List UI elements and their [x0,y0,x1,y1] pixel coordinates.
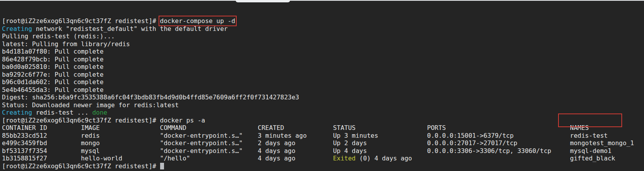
container-id: bf53137f7354 [2,147,47,155]
terminal-line: bf53137f7354 mysql "docker-entrypoint.s…… [2,147,644,155]
container-id: e499c3459fbd [2,139,47,147]
terminal-line: CONTAINER ID IMAGE COMMAND CREATED STATU… [2,124,644,132]
container-name: gifted_black [427,155,615,162]
container-command: "docker-entrypoint.s…" [100,139,243,147]
terminal-line: Status: Downloaded newer image for redis… [2,101,644,109]
container-command: "docker-entrypoint.s…" [100,147,243,155]
terminal[interactable]: [root@iZ2ze6xog6l3qn6c9ct37fZ redistest]… [0,0,644,171]
column-header: PORTS [356,124,446,131]
column-gap [295,155,333,162]
output-text: network "redistest_default" with the def… [32,25,228,32]
image-name: mysql [47,147,100,155]
window-top-edge [0,0,644,1]
container-name: mongotest_mongo_1 [517,139,634,147]
annotation-boxed-command: docker-compose up -d [160,17,235,25]
shell-prompt: [root@iZ2ze6xog6l3qn6c9ct37fZ redistest]… [2,17,160,25]
status-text: Up 2 days [333,139,367,147]
output-text: Status: Downloaded newer image for redis… [2,101,179,109]
annotation-box-container-name [558,113,622,127]
terminal-line: [root@iZ2ze6xog6l3qn6c9ct37fZ redistest]… [2,17,644,25]
created-time: 4 days ago [190,155,296,162]
output-text: 86e428f79bcb: Pull complete [2,56,103,63]
output-text: Creating [2,25,32,32]
terminal-line: 85bb233cd512 redis "docker-entrypoint.s…… [2,132,644,140]
terminal-line: e499c3459fbd mongo "docker-entrypoint.s…… [2,139,644,147]
status-text: Up 3 minutes [333,132,378,139]
terminal-line: ba0d0a025810: Pull complete [2,63,644,71]
terminal-line: Digest: sha256:b6a9fc3535388a6fc04f3bdb8… [2,94,644,101]
container-name: mysql-demo1 [551,147,611,155]
output-text: redis-test ... [32,109,92,116]
terminal-line: Creating network "redistest_default" wit… [2,25,644,33]
column-header: CONTAINER ID [2,124,47,131]
column-header: CREATED [186,124,284,131]
ports [412,155,427,162]
status-text: (0) 4 days ago [355,155,412,162]
terminal-line: latest: Pulling from library/redis [2,40,644,48]
browser-tab-bottom-sliver [235,0,290,2]
column-gap [295,139,333,147]
created-time: 4 days ago [243,147,296,155]
terminal-line: b4d181a07f80: Pull complete [2,48,644,56]
command-text: docker ps -a [160,117,205,124]
container-id: 85bb233cd512 [2,132,47,139]
output-text: done [92,109,107,116]
terminal-line: [root@iZ2ze6xog6l3qn6c9ct37fZ redistest]… [2,117,644,124]
terminal-cursor[interactable] [160,163,164,169]
container-id: 1b3158815f27 [2,155,47,162]
terminal-line: [root@iZ2ze6xog6l3qn6c9ct37fZ redistest]… [2,162,644,170]
status-text: Exited [333,155,356,162]
ports: 0.0.0.0:27017->27017/tcp [367,139,517,147]
image-name: mongo [47,139,100,147]
output-text: 5e4b46455da3: Pull complete [2,86,103,94]
container-command: "docker-entrypoint.s…" [100,132,243,139]
terminal-line: 86e428f79bcb: Pull complete [2,56,644,63]
container-name: redis-test [514,132,608,139]
image-name: redis [47,132,100,139]
created-time: 2 days ago [243,139,296,147]
output-text: b96c0d1da602: Pull complete [2,78,103,86]
output-text: Digest: sha256:b6a9fc3535388a6fc04f3bdb8… [2,94,299,101]
terminal-line: ba9292c6f77e: Pull complete [2,71,644,79]
terminal-lines: [root@iZ2ze6xog6l3qn6c9ct37fZ redistest]… [2,17,644,170]
created-time: 3 minutes ago [243,132,307,139]
column-header: STATUS [284,124,355,131]
ports: 0.0.0.0:15001->6379/tcp [378,132,514,139]
output-text: ba9292c6f77e: Pull complete [2,71,103,78]
ports: 0.0.0.0:3306->3306/tcp, 33060/tcp [367,147,551,155]
terminal-line: Pulling redis-test (redis:)... [2,32,644,40]
output-text: Pulling redis-test (redis:)... [2,32,115,40]
terminal-line: 5e4b46455da3: Pull complete [2,86,644,94]
column-gap [307,132,333,139]
column-header: IMAGE [47,124,100,131]
output-text: latest: Pulling from library/redis [2,40,130,48]
status-text: Up 4 days [333,147,367,155]
column-header: COMMAND [100,124,186,131]
terminal-line: Creating redis-test ... done [2,109,644,117]
terminal-line: b96c0d1da602: Pull complete [2,78,644,86]
output-text: Creating [2,109,32,116]
column-gap [295,147,333,155]
container-command: "/hello" [122,155,190,162]
output-text: ba0d0a025810: Pull complete [2,63,103,70]
shell-prompt: [root@iZ2ze6xog6l3qn6c9ct37fZ redistest]… [2,162,160,170]
shell-prompt: [root@iZ2ze6xog6l3qn6c9ct37fZ redistest]… [2,117,160,124]
output-text: b4d181a07f80: Pull complete [2,48,103,55]
terminal-line: 1b3158815f27 hello-world "/hello" 4 days… [2,155,644,162]
image-name: hello-world [47,155,123,162]
